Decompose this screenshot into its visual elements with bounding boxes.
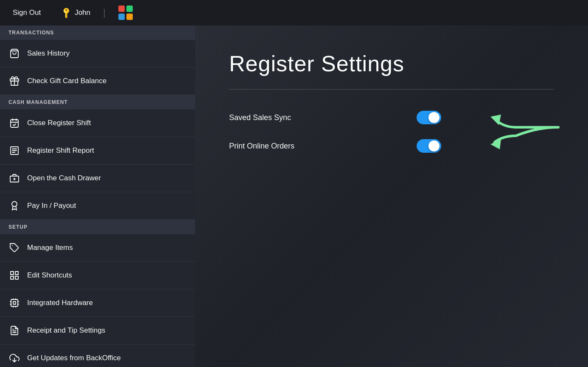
logo-svg [118, 6, 133, 20]
sidebar-label-integrated-hardware: Integrated Hardware [27, 299, 93, 307]
sidebar-label-gift-card: Check Gift Card Balance [27, 77, 106, 85]
app-logo [118, 6, 133, 20]
page-title: Register Settings [229, 51, 554, 76]
sidebar-item-edit-shortcuts[interactable]: Edit Shortcuts [0, 262, 195, 289]
username-label: John [75, 8, 90, 17]
sidebar-label-get-updates: Get Updates from BackOffice [27, 354, 121, 362]
arrow-annotation [478, 102, 563, 154]
sidebar-label-close-register: Close Register Shift [27, 119, 91, 127]
section-header-cash-management: CASH MANAGEMENT [0, 95, 195, 109]
receipt-icon [8, 325, 20, 336]
svg-point-18 [12, 202, 17, 207]
toggle-thumb-saved-sales-sync [428, 112, 440, 123]
bag-icon [8, 48, 20, 59]
svg-rect-21 [15, 272, 18, 275]
topbar: Sign Out 🔑 John | [0, 0, 588, 25]
svg-rect-25 [13, 302, 16, 304]
svg-rect-0 [118, 6, 125, 12]
sidebar-label-sales-history: Sales History [27, 49, 70, 58]
arrow-svg [478, 102, 563, 153]
svg-rect-23 [15, 276, 18, 279]
coins-icon [8, 200, 20, 212]
grid-icon [8, 269, 20, 281]
print-online-orders-toggle[interactable] [417, 139, 441, 153]
cloud-icon [8, 352, 20, 364]
saved-sales-sync-toggle[interactable] [417, 111, 441, 124]
sidebar-label-pay-in-out: Pay In / Payout [27, 202, 76, 210]
sidebar-item-close-register[interactable]: Close Register Shift [0, 109, 195, 137]
sidebar-item-pay-in-out[interactable]: Pay In / Payout [0, 192, 195, 220]
sidebar-item-get-updates[interactable]: Get Updates from BackOffice [0, 345, 195, 367]
sidebar-item-receipt-tip[interactable]: Receipt and Tip Settings [0, 317, 195, 345]
sidebar-item-gift-card[interactable]: Check Gift Card Balance [0, 67, 195, 95]
sidebar: TRANSACTIONS Sales History Check Gift Ca… [0, 25, 195, 367]
settings-row-saved-sales-sync: Saved Sales Sync [229, 111, 441, 124]
sidebar-item-shift-report[interactable]: Register Shift Report [0, 137, 195, 165]
svg-rect-7 [11, 120, 18, 127]
toggle-thumb-print-online-orders [428, 140, 440, 151]
calendar-check-icon [8, 117, 20, 129]
sidebar-label-edit-shortcuts: Edit Shortcuts [27, 271, 72, 280]
section-header-transactions: TRANSACTIONS [0, 25, 195, 40]
svg-rect-1 [126, 6, 133, 12]
content-area: Register Settings Saved Sales Sync Print… [195, 25, 588, 367]
print-online-orders-label: Print Online Orders [229, 142, 294, 151]
sidebar-item-cash-drawer[interactable]: Open the Cash Drawer [0, 165, 195, 192]
sidebar-label-cash-drawer: Open the Cash Drawer [27, 174, 101, 182]
svg-rect-20 [11, 272, 14, 275]
sidebar-item-manage-items[interactable]: Manage Items [0, 234, 195, 262]
gift-icon [8, 75, 20, 87]
sidebar-label-receipt-tip: Receipt and Tip Settings [27, 326, 105, 335]
hardware-icon [8, 297, 20, 309]
saved-sales-sync-label: Saved Sales Sync [229, 113, 291, 122]
main-layout: TRANSACTIONS Sales History Check Gift Ca… [0, 25, 588, 367]
topbar-divider: | [103, 7, 106, 18]
key-icon: 🔑 [60, 6, 73, 19]
sidebar-item-sales-history[interactable]: Sales History [0, 40, 195, 67]
sidebar-label-manage-items: Manage Items [27, 244, 73, 252]
drawer-icon [8, 172, 20, 184]
svg-rect-2 [118, 14, 125, 20]
section-header-setup: SETUP [0, 220, 195, 234]
settings-row-print-online-orders: Print Online Orders [229, 139, 441, 153]
svg-rect-24 [11, 300, 18, 306]
toggle-track-print-online-orders[interactable] [417, 139, 441, 153]
svg-rect-22 [11, 276, 14, 279]
toggle-track-saved-sales-sync[interactable] [417, 111, 441, 124]
sign-out-button[interactable]: Sign Out [13, 8, 41, 17]
svg-rect-3 [126, 14, 133, 20]
tag-icon [8, 242, 20, 254]
sidebar-item-integrated-hardware[interactable]: Integrated Hardware [0, 289, 195, 317]
report-icon [8, 145, 20, 157]
user-info: 🔑 John [62, 8, 90, 17]
title-divider [229, 89, 554, 90]
sidebar-label-shift-report: Register Shift Report [27, 146, 94, 155]
